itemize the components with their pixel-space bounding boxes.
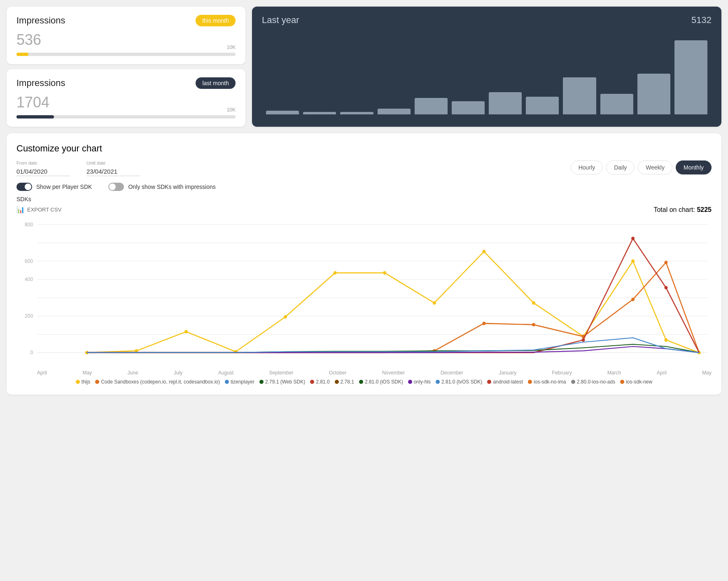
time-buttons: Hourly Daily Weekly Monthly <box>571 160 712 174</box>
svg-point-29 <box>532 323 535 326</box>
impressions-last-month-title: Impressions <box>16 78 65 88</box>
svg-point-15 <box>184 330 188 333</box>
svg-point-31 <box>631 297 635 301</box>
sdks-label: SDKs <box>16 196 712 202</box>
codesandbox-line <box>87 263 699 353</box>
svg-point-33 <box>582 338 585 342</box>
legend-dot-2800 <box>571 380 575 384</box>
legend-dot-thijs <box>76 380 80 384</box>
until-date-field: Until date <box>86 160 140 176</box>
svg-point-17 <box>284 315 287 318</box>
legend-label-codesandbox: Code Sandboxes (codepen.io, repl.it, cod… <box>101 379 220 385</box>
legend-dot-websdk <box>259 380 264 384</box>
legend-dot-tizen <box>225 380 229 384</box>
this-month-badge: this month <box>196 15 236 26</box>
svg-point-28 <box>482 322 485 325</box>
daily-button[interactable]: Daily <box>606 160 635 174</box>
bar <box>378 109 411 114</box>
toggle-only-impressions-switch[interactable] <box>108 183 124 191</box>
svg-text:600: 600 <box>25 258 33 264</box>
legend-websdk: 2.79.1 (Web SDK) <box>259 379 305 385</box>
svg-point-35 <box>664 286 667 289</box>
last-year-card: Last year 5132 <box>252 7 721 127</box>
svg-text:0: 0 <box>30 350 33 356</box>
blue-line <box>87 338 699 353</box>
customize-title: Customize your chart <box>16 143 712 154</box>
legend-label-2781: 2.78.1 <box>341 379 354 385</box>
bar <box>526 97 559 114</box>
legend-only-hls: only-hls <box>408 379 431 385</box>
bar <box>674 40 707 114</box>
bar <box>452 101 485 114</box>
line-chart-svg: 800 600 400 200 0 <box>16 220 712 368</box>
legend-thijs: thijs <box>76 379 90 385</box>
legend-2781: 2.78.1 <box>335 379 354 385</box>
this-month-progress-bg: 10K <box>16 53 236 56</box>
total-on-chart: Total on chart: 5225 <box>653 206 712 214</box>
legend-ios-no-ima: ios-sdk-no-ima <box>528 379 566 385</box>
legend-ios-new: ios-sdk-new <box>620 379 652 385</box>
svg-point-25 <box>664 338 667 342</box>
legend-tvos: 2.81.0 (tvOS SDK) <box>436 379 482 385</box>
toggle-player-sdk: Show per Player SDK <box>16 183 92 191</box>
last-month-max-label: 10K <box>227 107 236 113</box>
impressions-this-month-title: Impressions <box>16 15 65 26</box>
impressions-last-month-value: 1704 <box>16 94 236 111</box>
until-date-label: Until date <box>86 160 140 165</box>
bar <box>415 98 448 114</box>
export-csv-button[interactable]: 📊 EXPORT CSV <box>16 206 61 214</box>
weekly-button[interactable]: Weekly <box>638 160 672 174</box>
this-month-max-label: 10K <box>227 44 236 50</box>
svg-point-34 <box>631 237 635 240</box>
impressions-this-month-card: Impressions this month 536 10K <box>7 7 245 64</box>
legend-2800: 2.80.0-ios-no-ads <box>571 379 615 385</box>
svg-point-22 <box>532 301 535 304</box>
legend-label-websdk: 2.79.1 (Web SDK) <box>265 379 305 385</box>
last-year-bar-chart <box>262 32 712 114</box>
impressions-this-month-value: 536 <box>16 31 236 49</box>
hourly-button[interactable]: Hourly <box>571 160 603 174</box>
total-label: Total on chart: <box>653 206 695 213</box>
export-icon: 📊 <box>16 206 25 214</box>
svg-text:200: 200 <box>25 313 33 319</box>
customize-chart-card: Customize your chart From date Until dat… <box>7 133 721 395</box>
legend-dot-2781 <box>335 380 339 384</box>
legend-dot-2810 <box>310 380 314 384</box>
legend-dot-ios-no-ima <box>528 380 532 384</box>
legend-dot-ios-new <box>620 380 624 384</box>
legend-label-android: android-latest <box>493 379 523 385</box>
toggle-only-impressions: Only show SDKs with impressions <box>108 183 215 191</box>
monthly-button[interactable]: Monthly <box>676 160 712 174</box>
svg-point-20 <box>433 301 436 304</box>
last-month-badge: last month <box>196 77 236 89</box>
svg-text:800: 800 <box>25 222 33 228</box>
last-year-value: 5132 <box>691 15 712 26</box>
legend-label-ios-no-ima: ios-sdk-no-ima <box>534 379 566 385</box>
legend-label-thijs: thijs <box>82 379 90 385</box>
until-date-input[interactable] <box>86 167 140 176</box>
bar <box>340 112 373 114</box>
impressions-last-month-card: Impressions last month 1704 10K <box>7 69 245 127</box>
thijs-line <box>87 251 699 353</box>
svg-point-32 <box>664 260 667 264</box>
legend-ios-sdk: 2.81.0 (iOS SDK) <box>359 379 403 385</box>
from-date-field: From date <box>16 160 70 176</box>
last-month-progress-fill <box>16 115 54 119</box>
legend-dot-android <box>487 380 491 384</box>
legend-codesandbox: Code Sandboxes (codepen.io, repl.it, cod… <box>95 379 220 385</box>
legend-dot-codesandbox <box>95 380 99 384</box>
svg-point-18 <box>334 271 337 274</box>
legend-tizen: tizenplayer <box>225 379 254 385</box>
chart-area: 800 600 400 200 0 <box>16 220 712 368</box>
legend-dot-ios-sdk <box>359 380 363 384</box>
legend-label-2800: 2.80.0-ios-no-ads <box>577 379 615 385</box>
from-date-label: From date <box>16 160 70 165</box>
toggle-player-sdk-switch[interactable] <box>16 183 32 191</box>
bar <box>637 74 670 114</box>
from-date-input[interactable] <box>16 167 70 176</box>
last-month-progress-bg: 10K <box>16 115 236 119</box>
bar <box>600 94 633 114</box>
legend-android: android-latest <box>487 379 523 385</box>
total-value: 5225 <box>697 206 712 213</box>
bar <box>489 92 522 114</box>
